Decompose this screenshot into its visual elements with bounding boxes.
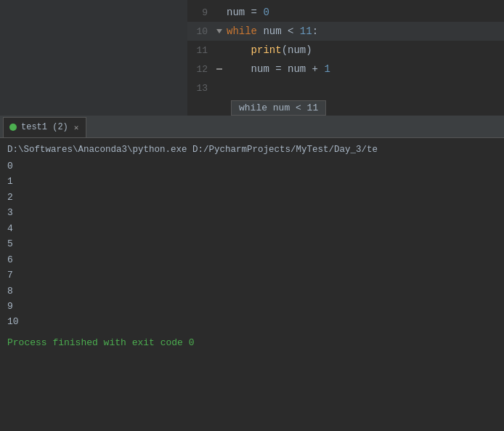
code-line-12: 12 num = num + 1: [187, 60, 504, 78]
code-token: <: [288, 25, 293, 37]
svg-rect-1: [216, 68, 222, 70]
terminal-command-line: D:\Softwares\Anaconda3\python.exe D:/Pyc…: [7, 142, 497, 157]
terminal-tab-bar: test1 (2) ✕: [0, 116, 504, 138]
line-number-13: 13: [187, 83, 214, 94]
terminal-output-10: 10: [7, 314, 497, 329]
line-content-9: num = 0: [227, 7, 504, 18]
code-line-13: 13: [187, 78, 504, 97]
code-token: (: [282, 44, 288, 56]
svg-marker-0: [216, 29, 222, 33]
terminal-tab[interactable]: test1 (2) ✕: [3, 117, 86, 137]
code-token: :: [312, 25, 318, 37]
terminal-output-2: 2: [7, 190, 497, 205]
terminal-output-7: 7: [7, 267, 497, 283]
terminal-tab-label: test1 (2): [21, 122, 68, 132]
fold-icon-10[interactable]: [214, 25, 225, 37]
terminal-output-5: 5: [7, 236, 497, 251]
editor-area: 9 num = 0 10 while num < 11:: [0, 0, 504, 116]
run-status-icon: [9, 124, 17, 131]
code-token: 0: [263, 7, 269, 18]
terminal-output-4: 4: [7, 221, 497, 236]
terminal-area: test1 (2) ✕ D:\Softwares\Anaconda3\pytho…: [0, 116, 504, 431]
code-line-9: 9 num = 0: [187, 3, 504, 22]
line-content-12: num = num + 1: [227, 63, 504, 75]
code-tooltip: while num < 11: [231, 100, 326, 116]
code-panel: 9 num = 0 10 while num < 11:: [187, 0, 504, 116]
code-token: 1: [324, 63, 330, 75]
code-token-print: print: [251, 44, 282, 56]
left-gutter: [0, 0, 187, 116]
terminal-output-3: 3: [7, 205, 497, 220]
terminal-output-8: 8: [7, 283, 497, 299]
line-content-11: print(num): [227, 44, 504, 56]
code-token: [227, 44, 251, 56]
code-lines: 9 num = 0 10 while num < 11:: [187, 0, 504, 100]
code-token: ): [306, 44, 312, 56]
code-token: 11: [293, 25, 312, 37]
code-token: num =: [227, 7, 263, 18]
terminal-tab-close[interactable]: ✕: [73, 122, 81, 133]
code-token: num: [257, 25, 288, 37]
line-number-11: 11: [187, 45, 214, 56]
code-token: num = num +: [227, 63, 324, 75]
line-number-9: 9: [187, 7, 214, 18]
code-line-11: 11 print(num): [187, 41, 504, 60]
code-line-10: 10 while num < 11:: [187, 22, 504, 41]
terminal-content: D:\Softwares\Anaconda3\python.exe D:/Pyc…: [0, 138, 504, 431]
terminal-finished-text: Process finished with exit code 0: [7, 336, 497, 351]
line-content-10: while num < 11:: [227, 25, 504, 37]
fold-icon-12[interactable]: [214, 63, 225, 75]
terminal-output-1: 1: [7, 174, 497, 189]
terminal-output-0: 0: [7, 158, 497, 174]
terminal-output-9: 9: [7, 299, 497, 314]
terminal-output-6: 6: [7, 252, 497, 267]
code-token: num: [288, 44, 306, 56]
line-number-10: 10: [187, 26, 214, 37]
code-token-while: while: [227, 25, 257, 37]
line-number-12: 12: [187, 64, 214, 75]
